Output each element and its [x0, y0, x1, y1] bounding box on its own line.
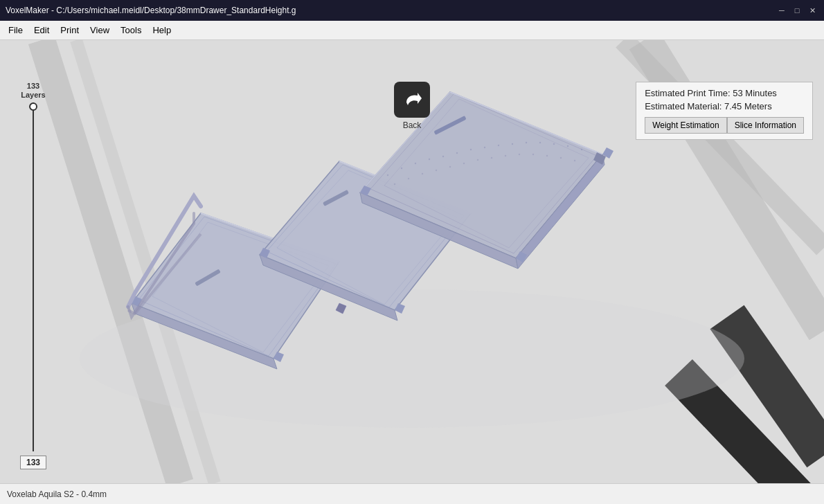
menu-bar: File Edit Print View Tools Help [0, 21, 824, 40]
menu-tools[interactable]: Tools [115, 23, 147, 37]
material-label: Estimated Material: 7.45 Meters [645, 101, 772, 111]
close-button[interactable]: ✕ [806, 4, 818, 17]
svg-point-13 [429, 159, 430, 160]
svg-point-12 [415, 163, 416, 164]
svg-point-32 [491, 157, 492, 159]
svg-point-21 [539, 142, 541, 143]
restore-button[interactable]: □ [791, 4, 803, 17]
svg-point-17 [484, 147, 485, 148]
svg-point-37 [560, 157, 562, 159]
svg-point-34 [519, 154, 520, 155]
svg-point-16 [470, 149, 472, 150]
svg-point-19 [512, 143, 513, 145]
svg-point-25 [394, 183, 395, 185]
svg-point-29 [449, 166, 451, 168]
print-time-label: Estimated Print Time: 53 Minutes [645, 88, 777, 98]
info-buttons: Weight Estimation Slice Information [645, 117, 804, 134]
print-time-row: Estimated Print Time: 53 Minutes [645, 88, 804, 98]
status-text: Voxelab Aquila S2 - 0.4mm [7, 489, 107, 499]
info-panel: Estimated Print Time: 53 Minutes Estimat… [636, 82, 813, 140]
back-icon-box [394, 82, 430, 118]
back-button[interactable]: Back [394, 82, 430, 130]
svg-point-36 [546, 155, 548, 156]
svg-point-33 [505, 155, 506, 156]
title-bar-title: VoxelMaker - C:/Users/michael.meidl/Desk… [6, 6, 776, 15]
weight-estimation-button[interactable]: Weight Estimation [645, 117, 727, 134]
svg-point-23 [567, 145, 568, 147]
back-arrow-icon [401, 89, 423, 111]
layer-count-label: 133 Layers [21, 82, 45, 100]
slice-information-button[interactable]: Slice Information [727, 117, 804, 134]
minimize-button[interactable]: ─ [776, 4, 788, 17]
status-bar: Voxelab Aquila S2 - 0.4mm [0, 483, 824, 504]
svg-point-26 [408, 178, 409, 179]
svg-point-18 [498, 145, 499, 146]
menu-help[interactable]: Help [147, 23, 177, 37]
svg-point-28 [436, 170, 437, 171]
svg-point-30 [463, 163, 465, 164]
title-bar-controls: ─ □ ✕ [776, 4, 818, 17]
svg-point-11 [401, 168, 402, 169]
svg-point-20 [526, 142, 527, 143]
layer-thumb[interactable] [29, 102, 37, 111]
viewport[interactable]: 133 Layers 133 Back Estimated Print Time… [0, 40, 824, 504]
back-label: Back [403, 120, 422, 130]
layer-value-box: 133 [20, 456, 46, 469]
svg-point-15 [456, 152, 458, 154]
menu-view[interactable]: View [84, 23, 115, 37]
menu-print[interactable]: Print [55, 23, 84, 37]
layer-slider-container: 133 Layers 133 [12, 82, 54, 469]
svg-point-22 [553, 143, 555, 145]
svg-point-27 [422, 173, 423, 174]
layer-track[interactable] [33, 102, 34, 451]
menu-file[interactable]: File [3, 23, 28, 37]
svg-point-38 [574, 160, 575, 161]
material-row: Estimated Material: 7.45 Meters [645, 101, 804, 111]
svg-point-14 [442, 156, 444, 157]
svg-point-10 [387, 174, 388, 176]
svg-point-35 [532, 154, 534, 155]
svg-point-31 [477, 159, 478, 161]
menu-edit[interactable]: Edit [28, 23, 55, 37]
title-bar: VoxelMaker - C:/Users/michael.meidl/Desk… [0, 0, 824, 21]
